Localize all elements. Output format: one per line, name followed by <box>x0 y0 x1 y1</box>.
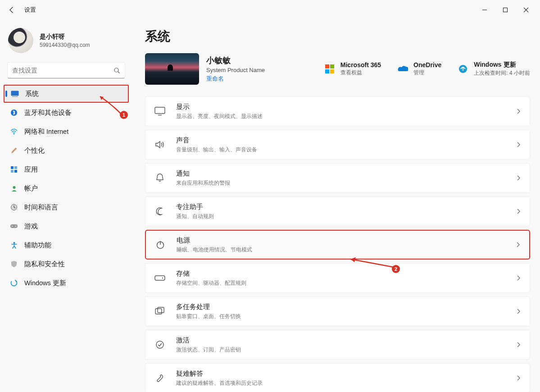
wrench-icon <box>152 370 168 386</box>
svg-rect-11 <box>14 170 17 173</box>
chip-title: Microsoft 365 <box>340 61 381 68</box>
tile-title: 疑难解答 <box>176 369 508 378</box>
power-icon <box>152 237 168 253</box>
device-name: 小敏敏 <box>206 55 265 66</box>
tile-desc: 通知、自动规则 <box>176 213 508 220</box>
apps-icon <box>10 165 18 173</box>
tile-sound[interactable]: 声音音量级别、输出、输入、声音设备 <box>145 130 530 160</box>
profile-block[interactable]: 是小轩呀 599144330@qq.com <box>3 25 130 60</box>
onedrive-icon <box>397 64 408 74</box>
nav-label: 系统 <box>25 90 39 98</box>
arrow-left-icon <box>8 6 15 14</box>
close-button[interactable] <box>516 3 536 17</box>
chevron-right-icon <box>517 308 521 315</box>
tile-power[interactable]: 电源睡眠、电池使用情况、节电模式 <box>145 230 530 260</box>
svg-line-3 <box>118 72 120 73</box>
svg-rect-8 <box>11 166 14 169</box>
multitask-icon <box>152 303 168 319</box>
svg-point-7 <box>14 133 14 134</box>
minimize-icon <box>482 7 487 13</box>
svg-point-15 <box>12 226 13 227</box>
svg-point-2 <box>114 68 118 72</box>
search-input[interactable] <box>12 67 113 74</box>
svg-point-12 <box>13 186 15 189</box>
maximize-icon <box>503 7 508 13</box>
nav-label: 游戏 <box>24 222 38 231</box>
nav-item-accessibility[interactable]: 辅助功能 <box>4 236 129 254</box>
svg-rect-9 <box>14 166 17 169</box>
nav-item-windows-update[interactable]: Windows 更新 <box>4 274 129 292</box>
tile-notifications[interactable]: 通知来自应用和系统的警报 <box>145 163 530 193</box>
maximize-button[interactable] <box>495 3 516 17</box>
sidebar: 是小轩呀 599144330@qq.com 系统 1 蓝牙和其他设备 网络和 I… <box>0 20 135 392</box>
tile-desc: 激活状态、订阅、产品密钥 <box>176 346 508 354</box>
svg-rect-4 <box>11 91 19 96</box>
tiles-list: 显示显示器、亮度、夜间模式、显示描述 声音音量级别、输出、输入、声音设备 通知来… <box>145 96 530 392</box>
storage-icon <box>152 270 168 286</box>
profile-name: 是小轩呀 <box>40 33 90 41</box>
chip-sub: 查看权益 <box>340 69 381 77</box>
display-icon <box>152 103 168 119</box>
nav-label: 应用 <box>24 165 38 174</box>
nav-item-system[interactable]: 系统 <box>4 85 129 103</box>
gamepad-icon <box>10 222 18 230</box>
minimize-button[interactable] <box>474 3 495 17</box>
tile-title: 电源 <box>177 236 508 245</box>
chip-onedrive[interactable]: OneDrive管理 <box>397 61 441 77</box>
tile-multitask[interactable]: 多任务处理贴靠窗口、桌面、任务切换 <box>145 296 530 326</box>
nav-item-gaming[interactable]: 游戏 <box>4 217 129 235</box>
device-wallpaper-thumb[interactable] <box>145 53 199 85</box>
accessibility-icon <box>10 241 18 249</box>
annotation-badge-1: 1 <box>120 111 128 119</box>
chevron-right-icon <box>517 108 521 114</box>
person-icon <box>10 184 18 192</box>
chevron-right-icon <box>517 375 521 381</box>
tile-focus-assist[interactable]: 专注助手通知、自动规则 <box>145 196 530 226</box>
svg-rect-30 <box>155 309 162 314</box>
nav-item-apps[interactable]: 应用 <box>4 160 129 178</box>
tile-activation[interactable]: 激活激活状态、订阅、产品密钥 <box>145 330 530 360</box>
svg-point-29 <box>162 278 163 278</box>
tile-desc: 存储空间、驱动器、配置规则 <box>176 279 508 287</box>
tile-title: 存储 <box>176 269 508 278</box>
tile-display[interactable]: 显示显示器、亮度、夜间模式、显示描述 <box>145 96 530 126</box>
tile-title: 专注助手 <box>176 203 508 211</box>
system-icon <box>11 90 19 98</box>
chip-sub: 管理 <box>413 69 441 77</box>
tile-troubleshoot[interactable]: 疑难解答建议的疑难解答、首选项和历史记录 <box>145 363 530 392</box>
nav-label: Windows 更新 <box>24 279 66 287</box>
update-chip-icon <box>458 64 468 74</box>
chip-microsoft365[interactable]: Microsoft 365查看权益 <box>324 61 381 77</box>
chip-sub: 上次检查时间: 4 小时前 <box>474 69 530 77</box>
nav-label: 个性化 <box>24 146 45 155</box>
tile-desc: 来自应用和系统的警报 <box>176 179 508 187</box>
search-box[interactable] <box>7 62 125 78</box>
nav-label: 时间和语言 <box>24 203 58 212</box>
nav-item-accounts[interactable]: 帐户 <box>4 179 129 197</box>
chevron-right-icon <box>517 342 521 348</box>
tile-storage[interactable]: 存储存储空间、驱动器、配置规则 <box>145 263 530 293</box>
chip-windows-update[interactable]: Windows 更新上次检查时间: 4 小时前 <box>458 61 530 77</box>
svg-point-32 <box>156 341 163 348</box>
nav-item-network[interactable]: 网络和 Internet <box>4 123 129 141</box>
main-pane: 系统 小敏敏 System Product Name 重命名 Microsoft… <box>135 20 540 392</box>
nav-item-bluetooth[interactable]: 蓝牙和其他设备 <box>4 104 129 122</box>
tile-desc: 贴靠窗口、桌面、任务切换 <box>176 313 508 320</box>
chevron-right-icon <box>517 208 521 214</box>
svg-point-18 <box>11 280 17 286</box>
rename-link[interactable]: 重命名 <box>206 75 265 83</box>
chevron-right-icon <box>517 141 521 148</box>
svg-rect-21 <box>325 69 329 73</box>
tile-title: 声音 <box>176 136 508 145</box>
nav-label: 网络和 Internet <box>24 128 68 136</box>
nav-list: 系统 1 蓝牙和其他设备 网络和 Internet 个性化 应用 <box>3 85 130 292</box>
tile-title: 显示 <box>176 103 508 111</box>
nav-item-time-language[interactable]: 时间和语言 <box>4 198 129 216</box>
nav-item-privacy[interactable]: 隐私和安全性 <box>4 255 129 273</box>
device-row: 小敏敏 System Product Name 重命名 Microsoft 36… <box>145 53 530 85</box>
wifi-icon <box>10 128 18 136</box>
nav-item-personalization[interactable]: 个性化 <box>4 141 129 160</box>
chevron-right-icon <box>516 242 520 248</box>
annotation-badge-2: 2 <box>392 265 400 273</box>
back-button[interactable] <box>4 2 20 18</box>
